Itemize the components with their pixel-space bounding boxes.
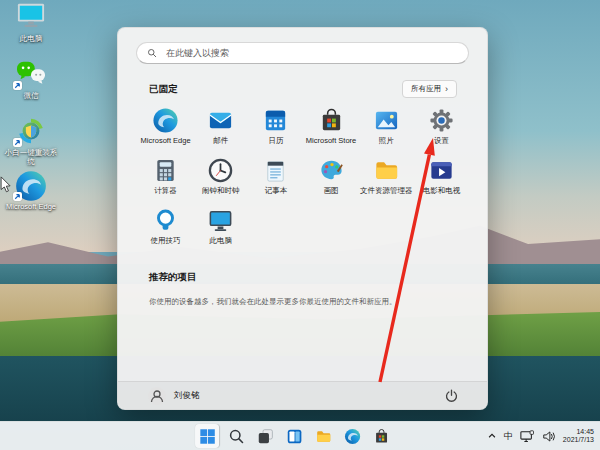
- calculator-icon: [152, 157, 179, 184]
- taskbar: 中 14:45 2021/7/13: [0, 421, 600, 450]
- volume-icon[interactable]: [541, 429, 557, 444]
- start-icon: [199, 428, 216, 445]
- this-pc-icon: [207, 207, 234, 234]
- taskbar-start-button[interactable]: [195, 424, 219, 448]
- pinned-header: 已固定: [149, 83, 178, 96]
- power-button[interactable]: [442, 386, 461, 405]
- pinned-app-explorer[interactable]: 文件资源管理器: [359, 152, 414, 202]
- photos-icon: [373, 107, 400, 134]
- taskbar-taskview-button[interactable]: [253, 424, 277, 448]
- shortcut-arrow-icon: [13, 138, 22, 147]
- pinned-app-mail[interactable]: 邮件: [193, 102, 248, 152]
- edge-icon: [152, 107, 179, 134]
- app-label: 记事本: [265, 186, 288, 196]
- desktop-icon-label: Microsoft Edge: [4, 202, 58, 211]
- app-label: 设置: [434, 136, 449, 146]
- pinned-app-paint[interactable]: 画图: [304, 152, 359, 202]
- desktop: 此电脑微信小白一键重装系统Microsoft Edge 已固定 所有应用 › M…: [0, 0, 600, 450]
- shortcut-arrow-icon: [13, 81, 22, 90]
- taskbar-explorer-button[interactable]: [311, 424, 335, 448]
- pinned-app-tips[interactable]: 使用技巧: [138, 202, 193, 252]
- all-apps-label: 所有应用: [411, 84, 441, 94]
- app-label: Microsoft Store: [306, 136, 356, 145]
- desktop-icon-label: 此电脑: [4, 34, 58, 43]
- desktop-icon-this-pc[interactable]: 此电脑: [4, 2, 58, 43]
- explorer-icon: [373, 157, 400, 184]
- app-label: 日历: [268, 136, 283, 146]
- clock-icon: [207, 157, 234, 184]
- start-search-box[interactable]: [136, 42, 469, 64]
- app-label: 邮件: [213, 136, 228, 146]
- desktop-icon-edge[interactable]: Microsoft Edge: [4, 170, 58, 211]
- store-icon: [373, 428, 390, 445]
- recommended-header: 推荐的项目: [149, 271, 197, 284]
- app-label: 计算器: [154, 186, 177, 196]
- app-label: 画图: [324, 186, 339, 196]
- pinned-app-this-pc[interactable]: 此电脑: [193, 202, 248, 252]
- settings-icon: [428, 107, 455, 134]
- pinned-app-notepad[interactable]: 记事本: [248, 152, 303, 202]
- pinned-app-photos[interactable]: 照片: [359, 102, 414, 152]
- app-label: 闹钟和时钟: [202, 186, 240, 196]
- desktop-icon-list: 此电脑微信小白一键重装系统Microsoft Edge: [4, 2, 58, 211]
- avatar-icon: [148, 387, 166, 405]
- taskbar-store-button[interactable]: [369, 424, 393, 448]
- calendar-icon: [262, 107, 289, 134]
- user-button[interactable]: 刘俊铭: [148, 387, 200, 405]
- network-icon[interactable]: [519, 429, 535, 444]
- pinned-app-store[interactable]: Microsoft Store: [304, 102, 359, 152]
- explorer-icon: [315, 428, 332, 445]
- notepad-icon: [262, 157, 289, 184]
- pinned-app-calculator[interactable]: 计算器: [138, 152, 193, 202]
- app-label: 此电脑: [209, 236, 232, 246]
- pinned-app-clock[interactable]: 闹钟和时钟: [193, 152, 248, 202]
- tips-icon: [152, 207, 179, 234]
- desktop-icon-label: 微信: [4, 91, 58, 100]
- chevron-right-icon: ›: [445, 86, 448, 93]
- pinned-apps-grid: Microsoft Edge邮件日历Microsoft Store照片设置计算器…: [138, 102, 469, 252]
- movies-icon: [428, 157, 455, 184]
- taskbar-tray: 中 14:45 2021/7/13: [486, 422, 594, 450]
- app-label: 文件资源管理器: [360, 186, 413, 196]
- mail-icon: [207, 107, 234, 134]
- taskbar-edge-button[interactable]: [340, 424, 364, 448]
- app-label: Microsoft Edge: [141, 136, 191, 145]
- app-label: 电影和电视: [423, 186, 461, 196]
- desktop-icon-wechat[interactable]: 微信: [4, 59, 58, 100]
- ime-indicator[interactable]: 中: [504, 430, 513, 443]
- search-icon: [228, 428, 245, 445]
- pinned-app-edge[interactable]: Microsoft Edge: [138, 102, 193, 152]
- pinned-section-header: 已固定 所有应用 ›: [149, 80, 457, 98]
- edge-icon: [344, 428, 361, 445]
- taskbar-search-button[interactable]: [224, 424, 248, 448]
- shortcut-arrow-icon: [13, 192, 22, 201]
- clock-time: 14:45: [563, 428, 594, 437]
- search-input[interactable]: [164, 47, 458, 59]
- widgets-icon: [286, 428, 303, 445]
- user-name: 刘俊铭: [174, 390, 200, 402]
- recommended-empty-text: 你使用的设备越多，我们就会在此处显示更多你最近使用的文件和新应用。: [149, 296, 463, 307]
- tray-chevron-up-icon[interactable]: [486, 430, 498, 442]
- app-label: 照片: [379, 136, 394, 146]
- store-icon: [318, 107, 345, 134]
- taskview-icon: [257, 428, 274, 445]
- pinned-app-movies[interactable]: 电影和电视: [414, 152, 469, 202]
- search-icon: [147, 48, 157, 58]
- pinned-app-calendar[interactable]: 日历: [248, 102, 303, 152]
- start-menu: 已固定 所有应用 › Microsoft Edge邮件日历Microsoft S…: [117, 27, 488, 410]
- clock-date: 2021/7/13: [563, 436, 594, 445]
- paint-icon: [318, 157, 345, 184]
- desktop-icon-label: 小白一键重装系统: [4, 148, 58, 166]
- taskbar-center-buttons: [195, 422, 393, 450]
- taskbar-widgets-button[interactable]: [282, 424, 306, 448]
- all-apps-button[interactable]: 所有应用 ›: [402, 80, 457, 98]
- app-label: 使用技巧: [151, 236, 181, 246]
- start-menu-footer: 刘俊铭: [118, 381, 487, 409]
- taskbar-clock[interactable]: 14:45 2021/7/13: [563, 428, 594, 445]
- this-pc-icon: [14, 2, 48, 30]
- desktop-icon-xiaobai[interactable]: 小白一键重装系统: [4, 116, 58, 166]
- pinned-app-settings[interactable]: 设置: [414, 102, 469, 152]
